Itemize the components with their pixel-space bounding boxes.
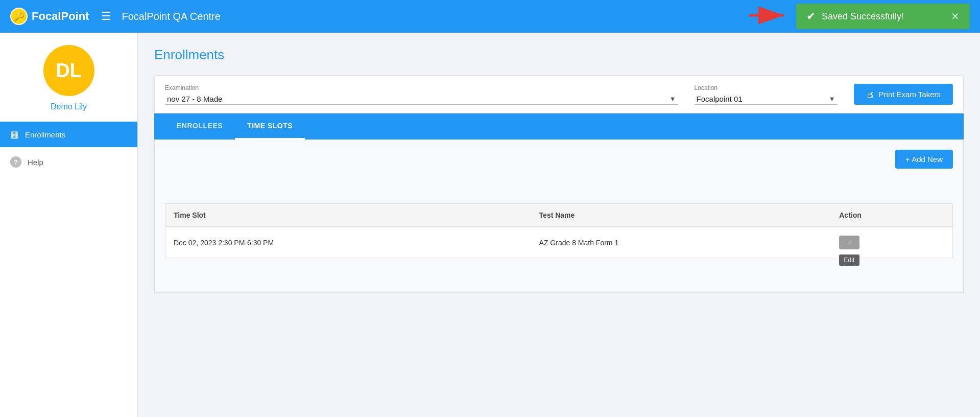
main-content: Enrollments Examination nov 27 - 8 Made … bbox=[138, 33, 980, 417]
sidebar-nav: ▦ Enrollments ? Help bbox=[0, 122, 137, 175]
tabs-bar: ENROLLEES TIME SLOTS bbox=[154, 113, 964, 140]
col-action: Action bbox=[831, 204, 952, 227]
page-subtitle: FocalPoint QA Centre bbox=[122, 11, 220, 22]
close-icon[interactable]: ✕ bbox=[951, 10, 960, 22]
col-time-slot: Time Slot bbox=[165, 204, 531, 227]
enrollments-icon: ▦ bbox=[10, 129, 19, 140]
top-navigation: 🔑 FocalPoint ☰ FocalPoint QA Centre ✔ Sa… bbox=[0, 0, 980, 33]
success-toast: ✔ Saved Successfully! ✕ bbox=[796, 4, 970, 29]
examination-label: Examination bbox=[165, 84, 678, 91]
tab-time-slots[interactable]: TIME SLOTS bbox=[235, 113, 305, 140]
topnav-right: ✔ Saved Successfully! ✕ bbox=[749, 4, 970, 29]
content-section: + Add New Time Slot Test Name Action Dec… bbox=[154, 140, 964, 293]
sidebar: DL Demo Lily ▦ Enrollments ? Help bbox=[0, 33, 138, 417]
examination-filter: Examination nov 27 - 8 Made ▼ bbox=[165, 84, 678, 105]
help-icon: ? bbox=[10, 156, 21, 168]
examination-select-wrapper: nov 27 - 8 Made ▼ bbox=[165, 94, 678, 105]
print-exam-takers-button[interactable]: 🖨 Print Exam Takers bbox=[854, 84, 953, 105]
cell-test-name: AZ Grade 8 Math Form 1 bbox=[531, 227, 831, 258]
sidebar-item-enrollments[interactable]: ▦ Enrollments bbox=[0, 122, 137, 147]
location-select[interactable]: Focalpoint 01 bbox=[695, 94, 838, 105]
location-label: Location bbox=[695, 84, 838, 91]
location-filter: Location Focalpoint 01 ▼ bbox=[695, 84, 838, 105]
help-label: Help bbox=[28, 158, 43, 167]
arrow-indicator bbox=[749, 6, 790, 27]
main-layout: DL Demo Lily ▦ Enrollments ? Help Enroll… bbox=[0, 33, 980, 417]
location-select-wrapper: Focalpoint 01 ▼ bbox=[695, 94, 838, 105]
action-tooltip-wrapper: ☞ Edit bbox=[839, 236, 859, 249]
app-name: FocalPoint bbox=[32, 10, 89, 23]
btn-row: + Add New bbox=[165, 150, 953, 177]
print-btn-label: Print Exam Takers bbox=[879, 90, 941, 99]
print-icon: 🖨 bbox=[866, 90, 874, 99]
examination-select[interactable]: nov 27 - 8 Made bbox=[165, 94, 678, 105]
add-new-button[interactable]: + Add New bbox=[895, 150, 953, 169]
edit-cursor-icon: ☞ bbox=[846, 239, 852, 246]
app-logo: 🔑 FocalPoint bbox=[10, 8, 89, 25]
content-wrapper: + Add New Time Slot Test Name Action Dec… bbox=[165, 150, 953, 258]
tab-enrollees[interactable]: ENROLLEES bbox=[164, 113, 235, 140]
cell-time-slot: Dec 02, 2023 2:30 PM-6:30 PM bbox=[165, 227, 531, 258]
red-arrow-svg bbox=[749, 6, 790, 25]
hamburger-menu[interactable]: ☰ bbox=[101, 10, 111, 23]
cell-action: ☞ Edit bbox=[831, 227, 952, 258]
table-header: Time Slot Test Name Action bbox=[165, 204, 953, 227]
edit-tooltip: Edit bbox=[839, 254, 860, 266]
check-icon: ✔ bbox=[806, 10, 816, 23]
edit-action-button[interactable]: ☞ bbox=[839, 236, 859, 249]
table-row: Dec 02, 2023 2:30 PM-6:30 PM AZ Grade 8 … bbox=[165, 227, 953, 258]
time-slots-table: Time Slot Test Name Action Dec 02, 2023 … bbox=[165, 203, 953, 258]
table-body: Dec 02, 2023 2:30 PM-6:30 PM AZ Grade 8 … bbox=[165, 227, 953, 258]
col-test-name: Test Name bbox=[531, 204, 831, 227]
filter-bar: Examination nov 27 - 8 Made ▼ Location F… bbox=[154, 75, 964, 113]
avatar: DL bbox=[43, 45, 94, 96]
toast-message: Saved Successfully! bbox=[822, 11, 904, 22]
logo-icon: 🔑 bbox=[10, 8, 28, 25]
page-title: Enrollments bbox=[154, 47, 964, 63]
sidebar-item-help[interactable]: ? Help bbox=[0, 149, 137, 175]
user-name: Demo Lily bbox=[51, 102, 87, 111]
enrollments-label: Enrollments bbox=[25, 130, 65, 139]
